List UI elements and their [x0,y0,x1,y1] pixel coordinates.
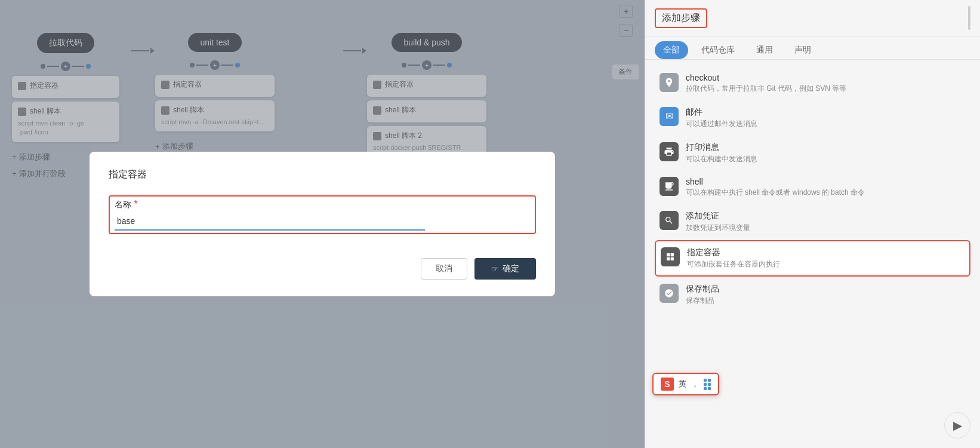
sidebar-items-list: checkout 拉取代码，常用于拉取非 Git 代码，例如 SVN 等等 ✉ … [645,60,980,319]
ime-s-icon: S [661,378,674,391]
email-content: 邮件 可以通过邮件发送消息 [686,107,757,129]
credential-desc: 加数凭证到环境变量 [686,223,750,233]
name-field-wrapper: 名称 * [109,195,536,234]
sidebar-tabs: 全部 代码仓库 通用 声明 [645,36,980,60]
required-star: * [134,199,137,209]
credential-content: 添加凭证 加数凭证到环境变量 [686,211,750,233]
sidebar-scrollbar[interactable] [968,6,970,30]
shell-title: shell [686,177,865,186]
email-desc: 可以通过邮件发送消息 [686,119,757,129]
container-title: 指定容器 [687,247,780,258]
artifact-desc: 保存制品 [686,296,719,306]
sidebar-top: 添加步骤 [645,0,980,36]
tab-all[interactable]: 全部 [655,41,688,59]
artifact-icon [660,284,679,303]
shell-icon [660,177,679,196]
pipeline-canvas: + − 条件 拉取代码 + 指定容器 [0,0,645,448]
container-content: 指定容器 可添加嵌套任务在容器内执行 [687,247,780,269]
checkout-title: checkout [686,73,846,82]
tab-statement[interactable]: 声明 [786,41,819,59]
sidebar-item-shell[interactable]: shell 可以在构建中执行 shell 命令或者 windows 的 batc… [655,171,970,204]
shell-desc: 可以在构建中执行 shell 命令或者 windows 的 batch 命令 [686,188,865,198]
artifact-title: 保存制品 [686,284,719,294]
modal-overlay: 指定容器 名称 * 取消 ☞ 确定 [0,0,645,448]
sidebar-item-artifact[interactable]: 保存制品 保存制品 [655,278,970,312]
name-field-label: 名称 [115,200,131,209]
credential-icon [660,211,679,230]
sidebar-item-print[interactable]: 打印消息 可以在构建中发送消息 [655,136,970,170]
sidebar-item-checkout[interactable]: checkout 拉取代码，常用于拉取非 Git 代码，例如 SVN 等等 [655,67,970,100]
checkout-icon [660,73,679,92]
confirm-button[interactable]: ☞ 确定 [474,258,536,280]
modal-title: 指定容器 [109,168,536,181]
checkout-content: checkout 拉取代码，常用于拉取非 Git 代码，例如 SVN 等等 [686,73,846,94]
sidebar-item-credential[interactable]: 添加凭证 加数凭证到环境变量 [655,205,970,239]
print-title: 打印消息 [686,142,757,153]
print-desc: 可以在构建中发送消息 [686,154,757,164]
sidebar-item-email[interactable]: ✉ 邮件 可以通过邮件发送消息 [655,101,970,135]
print-content: 打印消息 可以在构建中发送消息 [686,142,757,164]
email-icon: ✉ [660,107,679,126]
container-icon [661,247,680,266]
container-desc: 可添加嵌套任务在容器内执行 [687,259,780,269]
video-help-button[interactable]: ▶ [944,412,970,438]
tab-code-repo[interactable]: 代码仓库 [693,41,743,59]
sidebar-item-container[interactable]: 指定容器 可添加嵌套任务在容器内执行 [655,240,970,277]
print-icon [660,142,679,161]
ime-comma: ， [691,379,699,389]
checkout-desc: 拉取代码，常用于拉取非 Git 代码，例如 SVN 等等 [686,84,846,94]
confirm-cursor-icon: ☞ [491,264,499,274]
credential-title: 添加凭证 [686,211,750,222]
ime-lang-label: 英 [679,379,686,389]
confirm-label: 确定 [503,263,519,274]
shell-content: shell 可以在构建中执行 shell 命令或者 windows 的 batc… [686,177,865,198]
sidebar-add-step-title: 添加步骤 [655,8,707,28]
specify-container-modal: 指定容器 名称 * 取消 ☞ 确定 [90,152,555,296]
modal-actions: 取消 ☞ 确定 [109,258,536,280]
ime-grid [704,379,711,390]
email-title: 邮件 [686,107,757,118]
cancel-button[interactable]: 取消 [421,258,467,280]
container-name-input[interactable] [115,213,425,231]
artifact-content: 保存制品 保存制品 [686,284,719,306]
ime-toolbar: S 英 ， [652,373,719,395]
tab-general[interactable]: 通用 [748,41,781,59]
